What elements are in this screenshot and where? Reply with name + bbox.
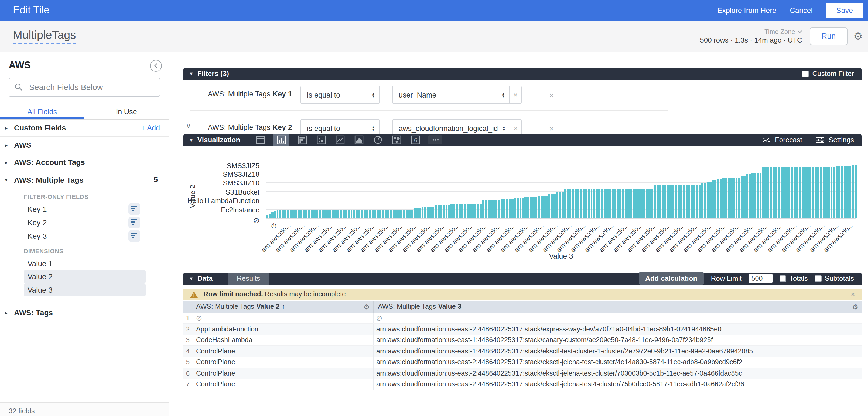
chart-bar[interactable] bbox=[812, 167, 814, 218]
chart-bar[interactable] bbox=[662, 186, 664, 218]
cancel-button[interactable]: Cancel bbox=[790, 6, 812, 14]
chart-bar[interactable] bbox=[622, 188, 624, 218]
viz-single-value-icon[interactable]: 6 bbox=[409, 136, 421, 145]
chart-bar[interactable] bbox=[364, 209, 366, 218]
chart-bar[interactable] bbox=[641, 188, 643, 218]
chart-bar[interactable] bbox=[656, 186, 659, 218]
chart-bar[interactable] bbox=[583, 188, 585, 218]
viz-area-icon[interactable] bbox=[353, 136, 365, 145]
chart-bar[interactable] bbox=[675, 186, 677, 218]
subtotals-checkbox[interactable] bbox=[815, 275, 822, 282]
field-key-2[interactable]: Key 2 bbox=[0, 216, 168, 229]
chart-bar[interactable] bbox=[559, 193, 561, 218]
chart-bar[interactable] bbox=[303, 209, 305, 218]
chart-bar[interactable] bbox=[358, 209, 360, 218]
chart-bar[interactable] bbox=[715, 180, 717, 218]
timezone-dropdown[interactable]: Time Zone bbox=[765, 28, 802, 36]
add-custom-field-button[interactable]: + Add bbox=[141, 124, 160, 132]
chart-bar[interactable] bbox=[419, 208, 421, 218]
chart-bar[interactable] bbox=[298, 209, 300, 218]
chart-bar[interactable] bbox=[535, 197, 537, 218]
chart-bar[interactable] bbox=[817, 167, 819, 218]
chart-bar[interactable] bbox=[479, 204, 482, 218]
chart-bar[interactable] bbox=[274, 211, 276, 218]
chart-bar[interactable] bbox=[435, 205, 437, 218]
chart-bar[interactable] bbox=[308, 209, 310, 218]
chart-bar[interactable] bbox=[324, 209, 326, 218]
chart-bar[interactable] bbox=[575, 188, 577, 218]
chart-bar[interactable] bbox=[343, 209, 345, 218]
chart-bar[interactable] bbox=[377, 209, 379, 218]
chart-bar[interactable] bbox=[585, 188, 587, 218]
tab-in-use[interactable]: In Use bbox=[85, 105, 169, 119]
chart-bar[interactable] bbox=[802, 167, 804, 218]
chart-bar[interactable] bbox=[765, 167, 767, 218]
chart-bar[interactable] bbox=[849, 166, 851, 218]
viz-table-icon[interactable] bbox=[254, 136, 266, 145]
viz-more-icon[interactable] bbox=[428, 136, 442, 145]
cell-value3[interactable]: arn:aws:cloudformation:us-east-1:4486402… bbox=[374, 337, 862, 344]
chart-bar[interactable] bbox=[537, 195, 540, 218]
chart-bar[interactable] bbox=[648, 188, 651, 218]
chart-bar[interactable] bbox=[329, 209, 332, 218]
chart-bar[interactable] bbox=[733, 178, 735, 218]
chart-bar[interactable] bbox=[846, 166, 848, 218]
chart-bar[interactable] bbox=[429, 207, 432, 218]
chart-bar[interactable] bbox=[638, 188, 640, 218]
chart-bar[interactable] bbox=[688, 186, 690, 218]
chart-bar[interactable] bbox=[350, 209, 352, 218]
chart-bar[interactable] bbox=[823, 167, 825, 218]
chart-bar[interactable] bbox=[517, 198, 519, 218]
cell-value3[interactable]: ∅ bbox=[374, 314, 862, 322]
column-gear-icon[interactable]: ⚙ bbox=[364, 303, 370, 311]
chart-bar[interactable] bbox=[406, 209, 408, 218]
chart-bar[interactable] bbox=[678, 186, 680, 218]
chart-bar[interactable] bbox=[643, 188, 646, 218]
data-header[interactable]: ▼ Data Results Add calculation Row Limit… bbox=[183, 273, 862, 284]
chart-bar[interactable] bbox=[614, 188, 616, 218]
chart-bar[interactable] bbox=[680, 186, 682, 218]
field-key-3[interactable]: Key 3 bbox=[0, 229, 168, 243]
chart-bar[interactable] bbox=[395, 209, 397, 218]
chart-bar[interactable] bbox=[778, 167, 780, 218]
sort-arrow-icon[interactable]: ↑ bbox=[282, 303, 285, 310]
chart-bar[interactable] bbox=[506, 199, 508, 218]
chart-bar[interactable] bbox=[554, 194, 556, 218]
chart-bar[interactable] bbox=[321, 209, 323, 218]
chart-bar[interactable] bbox=[340, 209, 342, 218]
chart-bar[interactable] bbox=[704, 183, 706, 218]
chart-bar[interactable] bbox=[482, 200, 485, 218]
chart-bar[interactable] bbox=[290, 209, 292, 218]
chart-bar[interactable] bbox=[335, 209, 337, 218]
chart-bar[interactable] bbox=[598, 188, 600, 218]
search-input[interactable] bbox=[28, 82, 154, 92]
chart-bar[interactable] bbox=[749, 174, 751, 218]
chart-bar[interactable] bbox=[783, 167, 785, 218]
chart-bar[interactable] bbox=[796, 167, 798, 218]
chart-bar[interactable] bbox=[627, 188, 629, 218]
clear-value-icon[interactable]: × bbox=[509, 86, 521, 103]
tab-results[interactable]: Results bbox=[228, 273, 269, 284]
chart-bar[interactable] bbox=[401, 209, 403, 218]
filters-header[interactable]: ▼ Filters (3) Custom Filter bbox=[183, 68, 862, 79]
chart-bar[interactable] bbox=[525, 197, 527, 218]
chart-bar[interactable] bbox=[469, 204, 471, 218]
sidebar-item-account-tags[interactable]: ▸ AWS: Account Tags bbox=[0, 154, 168, 171]
chart-bar[interactable] bbox=[664, 186, 666, 218]
chart-bar[interactable] bbox=[543, 195, 545, 218]
chart-bar[interactable] bbox=[427, 207, 429, 218]
chart-bar[interactable] bbox=[532, 197, 535, 218]
chart-bar[interactable] bbox=[593, 188, 595, 218]
filter-by-field-button[interactable] bbox=[128, 230, 140, 242]
chart-bar[interactable] bbox=[461, 204, 463, 218]
chart-bar[interactable] bbox=[630, 188, 632, 218]
chart-bar[interactable] bbox=[770, 167, 772, 218]
chart-bar[interactable] bbox=[411, 209, 413, 218]
chart-bar[interactable] bbox=[844, 166, 846, 218]
chart-bar[interactable] bbox=[509, 199, 511, 218]
chart-bar[interactable] bbox=[620, 188, 622, 218]
cell-value2[interactable]: ControlPlane bbox=[192, 379, 374, 390]
chart-bar[interactable] bbox=[496, 200, 498, 218]
chart-bar[interactable] bbox=[459, 204, 461, 218]
chart-bar[interactable] bbox=[316, 209, 318, 218]
